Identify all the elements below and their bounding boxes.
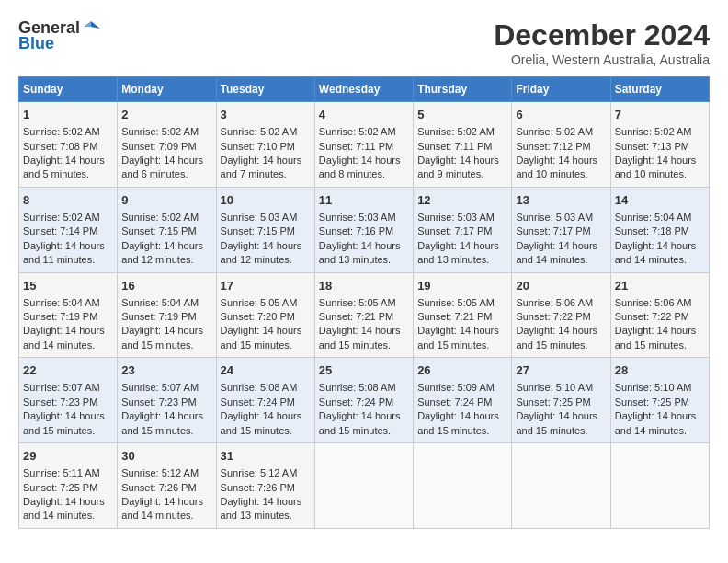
cell-text: Daylight: 14 hours	[516, 154, 606, 167]
cell-text: Sunset: 7:24 PM	[417, 396, 507, 409]
cell-text: Sunrise: 5:02 AM	[319, 125, 409, 139]
day-number: 24	[221, 362, 311, 379]
cell-text: Sunset: 7:21 PM	[319, 310, 409, 324]
cell-text: Sunrise: 5:12 AM	[221, 466, 311, 480]
cell-text: Sunset: 7:09 PM	[121, 140, 211, 154]
calendar-cell: 14Sunrise: 5:04 AMSunset: 7:18 PMDayligh…	[610, 187, 709, 272]
calendar-cell: 30Sunrise: 5:12 AMSunset: 7:26 PMDayligh…	[118, 443, 216, 529]
cell-text: Sunrise: 5:07 AM	[23, 381, 113, 395]
cell-text: Sunset: 7:26 PM	[221, 481, 311, 495]
calendar-cell: 27Sunrise: 5:10 AMSunset: 7:25 PMDayligh…	[512, 358, 610, 443]
day-number: 7	[615, 107, 705, 123]
calendar-cell: 19Sunrise: 5:05 AMSunset: 7:21 PMDayligh…	[414, 272, 512, 358]
cell-text: and 15 minutes.	[516, 424, 606, 438]
cell-text: Daylight: 14 hours	[221, 324, 311, 338]
cell-text: Daylight: 14 hours	[615, 409, 705, 423]
cell-text: Sunset: 7:13 PM	[615, 140, 705, 154]
cell-text: Daylight: 14 hours	[417, 239, 507, 253]
cell-text: Sunrise: 5:05 AM	[417, 296, 507, 310]
header-tuesday: Tuesday	[216, 77, 314, 102]
cell-text: and 14 minutes.	[615, 424, 705, 438]
calendar-table: SundayMondayTuesdayWednesdayThursdayFrid…	[18, 76, 710, 529]
day-number: 31	[221, 448, 311, 465]
cell-text: and 12 minutes.	[221, 253, 311, 267]
calendar-cell: 16Sunrise: 5:04 AMSunset: 7:19 PMDayligh…	[118, 272, 216, 358]
day-number: 3	[221, 107, 311, 123]
calendar-title: December 2024	[494, 18, 710, 52]
cell-text: Sunrise: 5:02 AM	[615, 125, 705, 139]
day-number: 30	[121, 448, 211, 465]
cell-text: Sunrise: 5:02 AM	[516, 125, 606, 139]
day-number: 29	[23, 448, 113, 465]
cell-text: Daylight: 14 hours	[23, 154, 113, 167]
day-number: 21	[615, 278, 705, 294]
calendar-cell: 10Sunrise: 5:03 AMSunset: 7:15 PMDayligh…	[216, 187, 314, 272]
cell-text: Daylight: 14 hours	[319, 239, 409, 253]
cell-text: Sunset: 7:24 PM	[319, 396, 409, 409]
cell-text: and 7 minutes.	[221, 167, 311, 181]
day-number: 9	[121, 192, 211, 209]
logo-bird-icon	[82, 19, 100, 38]
day-number: 8	[23, 192, 113, 209]
cell-text: Sunrise: 5:02 AM	[121, 125, 211, 139]
cell-text: and 12 minutes.	[121, 253, 211, 267]
cell-text: and 10 minutes.	[615, 167, 705, 181]
calendar-cell	[610, 443, 709, 529]
cell-text: Sunset: 7:15 PM	[221, 224, 311, 238]
cell-text: and 10 minutes.	[516, 167, 606, 181]
day-number: 1	[23, 107, 113, 123]
cell-text: Sunset: 7:25 PM	[516, 396, 606, 409]
calendar-cell: 7Sunrise: 5:02 AMSunset: 7:13 PMDaylight…	[610, 102, 709, 188]
cell-text: Daylight: 14 hours	[516, 324, 606, 338]
cell-text: Daylight: 14 hours	[121, 495, 211, 509]
day-number: 15	[23, 278, 113, 294]
cell-text: Sunrise: 5:04 AM	[23, 296, 113, 310]
calendar-cell: 9Sunrise: 5:02 AMSunset: 7:15 PMDaylight…	[118, 187, 216, 272]
cell-text: and 5 minutes.	[23, 167, 113, 181]
cell-text: Daylight: 14 hours	[516, 239, 606, 253]
title-section: December 2024 Orelia, Western Australia,…	[494, 18, 710, 67]
cell-text: Daylight: 14 hours	[121, 324, 211, 338]
calendar-subtitle: Orelia, Western Australia, Australia	[494, 52, 710, 67]
cell-text: Daylight: 14 hours	[319, 409, 409, 423]
day-number: 6	[516, 107, 606, 123]
calendar-header-row: SundayMondayTuesdayWednesdayThursdayFrid…	[19, 77, 710, 102]
day-number: 20	[516, 278, 606, 294]
calendar-cell	[414, 443, 512, 529]
day-number: 12	[417, 192, 507, 209]
cell-text: Sunrise: 5:03 AM	[221, 211, 311, 224]
cell-text: Sunrise: 5:03 AM	[516, 211, 606, 224]
cell-text: Sunset: 7:25 PM	[615, 396, 705, 409]
cell-text: Sunset: 7:18 PM	[615, 224, 705, 238]
svg-marker-1	[84, 21, 91, 27]
cell-text: and 15 minutes.	[121, 339, 211, 352]
calendar-cell: 20Sunrise: 5:06 AMSunset: 7:22 PMDayligh…	[512, 272, 610, 358]
calendar-cell: 26Sunrise: 5:09 AMSunset: 7:24 PMDayligh…	[414, 358, 512, 443]
day-number: 17	[221, 278, 311, 294]
cell-text: Sunrise: 5:06 AM	[516, 296, 606, 310]
cell-text: and 14 minutes.	[23, 509, 113, 523]
calendar-week-row: 22Sunrise: 5:07 AMSunset: 7:23 PMDayligh…	[19, 358, 710, 443]
cell-text: Sunrise: 5:04 AM	[121, 296, 211, 310]
cell-text: Daylight: 14 hours	[221, 409, 311, 423]
cell-text: Sunset: 7:26 PM	[121, 481, 211, 495]
cell-text: Daylight: 14 hours	[417, 324, 507, 338]
cell-text: Sunrise: 5:02 AM	[121, 211, 211, 224]
cell-text: Sunrise: 5:02 AM	[221, 125, 311, 139]
calendar-cell: 3Sunrise: 5:02 AMSunset: 7:10 PMDaylight…	[216, 102, 314, 188]
day-number: 16	[121, 278, 211, 294]
day-number: 13	[516, 192, 606, 209]
cell-text: Sunset: 7:11 PM	[417, 140, 507, 154]
calendar-cell: 23Sunrise: 5:07 AMSunset: 7:23 PMDayligh…	[118, 358, 216, 443]
day-number: 5	[417, 107, 507, 123]
cell-text: Daylight: 14 hours	[319, 324, 409, 338]
cell-text: and 13 minutes.	[319, 253, 409, 267]
cell-text: Sunrise: 5:02 AM	[417, 125, 507, 139]
svg-marker-0	[91, 21, 100, 29]
cell-text: Sunrise: 5:11 AM	[23, 466, 113, 480]
day-number: 11	[319, 192, 409, 209]
cell-text: Sunrise: 5:08 AM	[319, 381, 409, 395]
calendar-cell: 31Sunrise: 5:12 AMSunset: 7:26 PMDayligh…	[216, 443, 314, 529]
logo-blue: Blue	[18, 34, 54, 53]
cell-text: and 14 minutes.	[23, 339, 113, 352]
